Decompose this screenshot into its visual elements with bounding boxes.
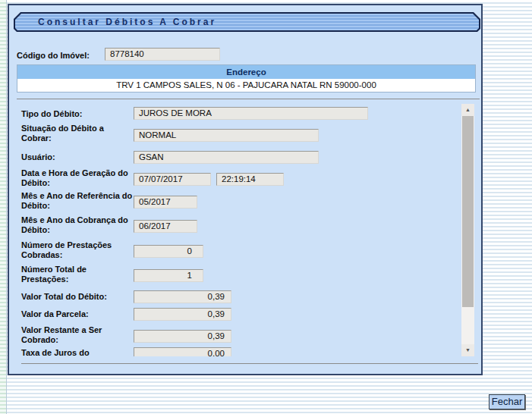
generation-time-field: 22:19:14 — [216, 173, 284, 186]
field-label: Taxa de Juros do Débito: — [21, 348, 97, 356]
installments-charged-field: 0 — [134, 245, 203, 258]
installments-total-field: 1 — [134, 269, 203, 282]
remaining-value-field: 0,39 — [134, 330, 231, 343]
separator-top — [17, 99, 480, 99]
user-field: GSAN — [134, 151, 319, 164]
field-label: Mês e Ano da Cobrança do Débito: — [21, 215, 135, 235]
scrollbar-thumb[interactable] — [462, 116, 474, 307]
field-label: Data e Hora de Geração do Débito: — [21, 168, 135, 188]
field-label: Situação do Débito a Cobrar: — [21, 124, 135, 143]
debit-details-scroll-area[interactable]: Tipo do Débito: JUROS DE MORA Situação d… — [17, 104, 461, 356]
address-table-header: Endereço — [17, 65, 475, 79]
field-label: Mês e Ano de Referência do Débito: — [21, 191, 135, 211]
page-background: Consultar Débitos A Cobrar Código do Imó… — [0, 0, 532, 414]
debit-situation-field: NORMAL — [134, 129, 319, 142]
debit-type-field: JUROS DE MORA — [134, 107, 368, 120]
field-label: Valor Total do Débito: — [21, 292, 135, 302]
property-code-label: Código do Imóvel: — [17, 49, 115, 61]
installment-value-field: 0,39 — [134, 308, 231, 321]
scroll-up-button[interactable]: ▲ — [461, 104, 474, 116]
scroll-up-icon: ▲ — [465, 107, 471, 112]
close-button[interactable]: Fechar — [489, 394, 525, 409]
field-label: Número Total de Prestações: — [21, 265, 135, 284]
field-label: Usuário: — [21, 152, 135, 162]
reference-month-field: 05/2017 — [134, 196, 197, 209]
address-table-row: TRV 1 CAMPOS SALES, N 06 - PAJUCARA NATA… — [17, 79, 475, 92]
field-label: Valor Restante a Ser Cobrado: — [21, 325, 135, 345]
billing-month-field: 06/2017 — [134, 220, 197, 233]
vertical-scrollbar[interactable]: ▲ ▼ — [461, 104, 474, 356]
separator-bottom — [21, 363, 478, 364]
address-table: Endereço TRV 1 CAMPOS SALES, N 06 - PAJU… — [17, 64, 476, 93]
dialog-title-bar: Consultar Débitos A Cobrar — [14, 12, 480, 32]
field-label: Valor da Parcela: — [21, 309, 135, 319]
scroll-down-button[interactable]: ▼ — [461, 344, 474, 356]
generation-date-field: 07/07/2017 — [134, 173, 211, 186]
total-value-field: 0,39 — [134, 290, 231, 303]
property-code-field: 8778140 — [105, 48, 220, 61]
interest-rate-field: 0,00 — [134, 347, 231, 356]
scroll-down-icon: ▼ — [465, 347, 471, 353]
page-left-edge-stripes — [0, 0, 7, 414]
consult-debits-dialog: Consultar Débitos A Cobrar Código do Imó… — [8, 4, 483, 375]
field-label: Número de Prestações Cobradas: — [21, 240, 135, 260]
field-label: Tipo do Débito: — [21, 109, 135, 119]
dialog-title: Consultar Débitos A Cobrar — [15, 14, 479, 30]
